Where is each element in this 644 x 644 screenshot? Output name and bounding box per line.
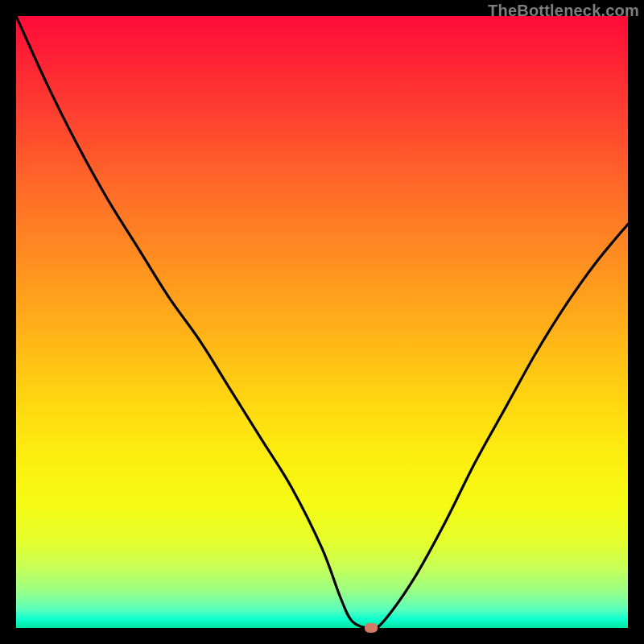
plot-area: [16, 16, 628, 628]
bottleneck-chart: TheBottleneck.com: [0, 0, 644, 644]
bottleneck-curve-path: [16, 16, 628, 628]
curve-layer: [16, 16, 628, 628]
